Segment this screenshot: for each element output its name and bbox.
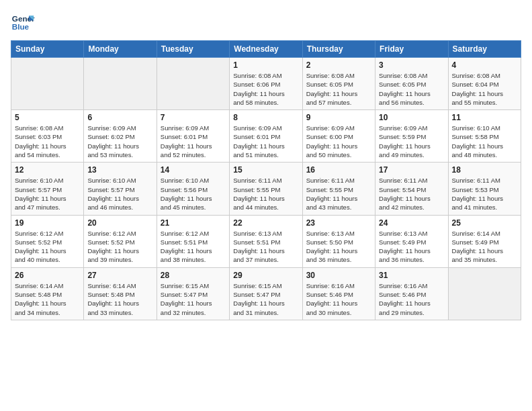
day-info: Sunrise: 6:13 AM Sunset: 5:51 PM Dayligh… bbox=[233, 229, 298, 265]
calendar-week-row: 19Sunrise: 6:12 AM Sunset: 5:52 PM Dayli… bbox=[11, 215, 521, 267]
day-number: 7 bbox=[161, 113, 226, 122]
day-info: Sunrise: 6:11 AM Sunset: 5:54 PM Dayligh… bbox=[379, 176, 444, 212]
calendar-week-row: 26Sunrise: 6:14 AM Sunset: 5:48 PM Dayli… bbox=[11, 267, 521, 320]
day-number: 27 bbox=[87, 271, 152, 280]
calendar-cell: 18Sunrise: 6:11 AM Sunset: 5:53 PM Dayli… bbox=[448, 163, 521, 215]
calendar-week-row: 1Sunrise: 6:08 AM Sunset: 6:06 PM Daylig… bbox=[11, 58, 521, 110]
calendar-cell: 17Sunrise: 6:11 AM Sunset: 5:54 PM Dayli… bbox=[375, 163, 448, 215]
day-info: Sunrise: 6:10 AM Sunset: 5:57 PM Dayligh… bbox=[87, 176, 152, 212]
calendar-cell: 7Sunrise: 6:09 AM Sunset: 6:01 PM Daylig… bbox=[157, 110, 229, 163]
weekday-header: Wednesday bbox=[230, 41, 302, 58]
day-info: Sunrise: 6:09 AM Sunset: 5:59 PM Dayligh… bbox=[379, 124, 444, 159]
day-number: 9 bbox=[306, 113, 371, 122]
calendar-cell: 13Sunrise: 6:10 AM Sunset: 5:57 PM Dayli… bbox=[84, 163, 157, 215]
day-number: 16 bbox=[306, 165, 371, 175]
weekday-header: Friday bbox=[375, 41, 448, 58]
page-header: General Blue bbox=[11, 11, 521, 35]
calendar-cell: 24Sunrise: 6:13 AM Sunset: 5:49 PM Dayli… bbox=[375, 215, 448, 267]
day-number: 22 bbox=[233, 218, 298, 228]
day-info: Sunrise: 6:12 AM Sunset: 5:51 PM Dayligh… bbox=[161, 229, 226, 265]
calendar-cell: 19Sunrise: 6:12 AM Sunset: 5:52 PM Dayli… bbox=[11, 215, 84, 267]
calendar-cell: 11Sunrise: 6:10 AM Sunset: 5:58 PM Dayli… bbox=[448, 110, 521, 163]
calendar-week-row: 12Sunrise: 6:10 AM Sunset: 5:57 PM Dayli… bbox=[11, 163, 521, 215]
calendar-cell: 4Sunrise: 6:08 AM Sunset: 6:04 PM Daylig… bbox=[448, 58, 521, 110]
day-number: 31 bbox=[379, 271, 444, 280]
calendar-cell: 22Sunrise: 6:13 AM Sunset: 5:51 PM Dayli… bbox=[230, 215, 302, 267]
day-info: Sunrise: 6:14 AM Sunset: 5:49 PM Dayligh… bbox=[452, 229, 517, 265]
calendar-cell: 8Sunrise: 6:09 AM Sunset: 6:01 PM Daylig… bbox=[230, 110, 302, 163]
calendar-cell: 20Sunrise: 6:12 AM Sunset: 5:52 PM Dayli… bbox=[84, 215, 157, 267]
day-info: Sunrise: 6:15 AM Sunset: 5:47 PM Dayligh… bbox=[233, 281, 298, 317]
calendar-cell bbox=[157, 58, 229, 110]
calendar-cell: 16Sunrise: 6:11 AM Sunset: 5:55 PM Dayli… bbox=[302, 163, 375, 215]
svg-text:Blue: Blue bbox=[12, 22, 30, 31]
day-info: Sunrise: 6:11 AM Sunset: 5:55 PM Dayligh… bbox=[306, 176, 371, 212]
weekday-header: Saturday bbox=[448, 41, 521, 58]
calendar-header-row: SundayMondayTuesdayWednesdayThursdayFrid… bbox=[11, 41, 521, 58]
day-info: Sunrise: 6:11 AM Sunset: 5:55 PM Dayligh… bbox=[233, 176, 298, 212]
calendar-cell: 3Sunrise: 6:08 AM Sunset: 6:05 PM Daylig… bbox=[375, 58, 448, 110]
day-number: 20 bbox=[87, 218, 152, 228]
calendar-cell: 25Sunrise: 6:14 AM Sunset: 5:49 PM Dayli… bbox=[448, 215, 521, 267]
day-number: 12 bbox=[15, 165, 80, 175]
day-info: Sunrise: 6:16 AM Sunset: 5:46 PM Dayligh… bbox=[379, 281, 444, 317]
calendar-cell: 9Sunrise: 6:09 AM Sunset: 6:00 PM Daylig… bbox=[302, 110, 375, 163]
day-info: Sunrise: 6:11 AM Sunset: 5:53 PM Dayligh… bbox=[452, 176, 517, 212]
calendar-cell: 28Sunrise: 6:15 AM Sunset: 5:47 PM Dayli… bbox=[157, 267, 229, 320]
day-info: Sunrise: 6:09 AM Sunset: 6:01 PM Dayligh… bbox=[161, 124, 226, 159]
day-number: 15 bbox=[233, 165, 298, 175]
day-number: 3 bbox=[379, 60, 444, 70]
day-info: Sunrise: 6:09 AM Sunset: 6:02 PM Dayligh… bbox=[87, 124, 152, 159]
day-info: Sunrise: 6:09 AM Sunset: 6:00 PM Dayligh… bbox=[306, 124, 371, 159]
day-number: 6 bbox=[87, 113, 152, 122]
calendar-week-row: 5Sunrise: 6:08 AM Sunset: 6:03 PM Daylig… bbox=[11, 110, 521, 163]
calendar-cell: 23Sunrise: 6:13 AM Sunset: 5:50 PM Dayli… bbox=[302, 215, 375, 267]
day-info: Sunrise: 6:12 AM Sunset: 5:52 PM Dayligh… bbox=[87, 229, 152, 265]
day-info: Sunrise: 6:15 AM Sunset: 5:47 PM Dayligh… bbox=[161, 281, 226, 317]
day-info: Sunrise: 6:12 AM Sunset: 5:52 PM Dayligh… bbox=[15, 229, 80, 265]
day-number: 13 bbox=[87, 165, 152, 175]
calendar-cell: 31Sunrise: 6:16 AM Sunset: 5:46 PM Dayli… bbox=[375, 267, 448, 320]
day-info: Sunrise: 6:08 AM Sunset: 6:06 PM Dayligh… bbox=[233, 71, 298, 107]
calendar-table: SundayMondayTuesdayWednesdayThursdayFrid… bbox=[11, 40, 521, 320]
day-number: 17 bbox=[379, 165, 444, 175]
calendar-cell: 21Sunrise: 6:12 AM Sunset: 5:51 PM Dayli… bbox=[157, 215, 229, 267]
weekday-header: Monday bbox=[84, 41, 157, 58]
calendar-cell: 15Sunrise: 6:11 AM Sunset: 5:55 PM Dayli… bbox=[230, 163, 302, 215]
day-info: Sunrise: 6:08 AM Sunset: 6:03 PM Dayligh… bbox=[15, 124, 80, 159]
calendar-cell bbox=[448, 267, 521, 320]
day-number: 18 bbox=[452, 165, 517, 175]
day-number: 21 bbox=[161, 218, 226, 228]
day-info: Sunrise: 6:10 AM Sunset: 5:58 PM Dayligh… bbox=[452, 124, 517, 159]
day-number: 28 bbox=[161, 271, 226, 280]
calendar-cell: 29Sunrise: 6:15 AM Sunset: 5:47 PM Dayli… bbox=[230, 267, 302, 320]
day-info: Sunrise: 6:10 AM Sunset: 5:57 PM Dayligh… bbox=[15, 176, 80, 212]
calendar-cell bbox=[11, 58, 84, 110]
day-number: 30 bbox=[306, 271, 371, 280]
calendar-cell: 5Sunrise: 6:08 AM Sunset: 6:03 PM Daylig… bbox=[11, 110, 84, 163]
logo: General Blue bbox=[11, 11, 35, 35]
day-info: Sunrise: 6:13 AM Sunset: 5:50 PM Dayligh… bbox=[306, 229, 371, 265]
day-info: Sunrise: 6:08 AM Sunset: 6:05 PM Dayligh… bbox=[306, 71, 371, 107]
calendar-cell bbox=[84, 58, 157, 110]
calendar-cell: 12Sunrise: 6:10 AM Sunset: 5:57 PM Dayli… bbox=[11, 163, 84, 215]
day-info: Sunrise: 6:09 AM Sunset: 6:01 PM Dayligh… bbox=[233, 124, 298, 159]
day-number: 1 bbox=[233, 60, 298, 70]
calendar-cell: 14Sunrise: 6:10 AM Sunset: 5:56 PM Dayli… bbox=[157, 163, 229, 215]
weekday-header: Sunday bbox=[11, 41, 84, 58]
day-number: 29 bbox=[233, 271, 298, 280]
day-number: 14 bbox=[161, 165, 226, 175]
day-info: Sunrise: 6:10 AM Sunset: 5:56 PM Dayligh… bbox=[161, 176, 226, 212]
day-info: Sunrise: 6:08 AM Sunset: 6:04 PM Dayligh… bbox=[452, 71, 517, 107]
calendar-cell: 10Sunrise: 6:09 AM Sunset: 5:59 PM Dayli… bbox=[375, 110, 448, 163]
day-info: Sunrise: 6:16 AM Sunset: 5:46 PM Dayligh… bbox=[306, 281, 371, 317]
calendar-cell: 30Sunrise: 6:16 AM Sunset: 5:46 PM Dayli… bbox=[302, 267, 375, 320]
day-number: 5 bbox=[15, 113, 80, 122]
day-number: 24 bbox=[379, 218, 444, 228]
logo-icon: General Blue bbox=[11, 11, 35, 35]
day-number: 10 bbox=[379, 113, 444, 122]
day-info: Sunrise: 6:14 AM Sunset: 5:48 PM Dayligh… bbox=[15, 281, 80, 317]
weekday-header: Thursday bbox=[302, 41, 375, 58]
day-number: 4 bbox=[452, 60, 517, 70]
day-number: 26 bbox=[15, 271, 80, 280]
